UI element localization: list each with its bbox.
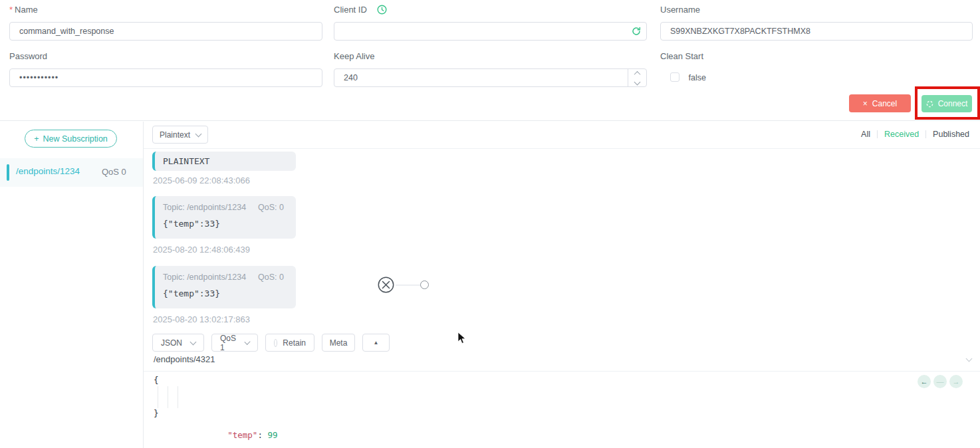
code-line: } [154, 408, 971, 419]
message-timestamp: 2025-08-20 12:48:06:439 [153, 245, 250, 255]
clear-button[interactable]: — [933, 375, 947, 388]
new-subscription-button[interactable]: + New Subscription [25, 130, 117, 148]
publish-toolbar: JSON QoS 1 Retain Meta ▲ [152, 334, 390, 352]
message-filter-tabs: All Received Published [861, 130, 969, 139]
arrow-right-icon: → [953, 378, 960, 386]
password-label: Password [9, 51, 47, 61]
tab-all[interactable]: All [861, 130, 870, 139]
json-key: "temp" [227, 430, 257, 440]
keep-alive-label: Keep Alive [334, 51, 374, 61]
connection-form: *Name Client ID Username Password Keep A… [0, 0, 980, 121]
payload-format-select[interactable]: Plaintext [152, 126, 208, 144]
connect-button[interactable]: Connect [921, 95, 972, 112]
clean-start-label: Clean Start [660, 51, 703, 61]
message-payload: {"temp":33} [163, 288, 296, 298]
undo-arrow-button[interactable]: ← [918, 375, 931, 388]
message-timestamp: 2025-08-20 13:02:17:863 [153, 314, 250, 324]
refresh-icon[interactable] [632, 27, 641, 36]
message-topic: Topic: /endpoints/1234 [163, 273, 246, 282]
code-line [154, 397, 971, 408]
mouse-cursor [457, 332, 467, 344]
chevron-down-icon [244, 338, 250, 344]
required-asterisk: * [9, 5, 13, 15]
username-label: Username [660, 5, 700, 15]
name-input[interactable] [9, 22, 322, 41]
stepper-down-icon[interactable] [628, 78, 646, 86]
cancel-button[interactable]: × Cancel [849, 94, 911, 112]
connector-line [396, 284, 420, 286]
meta-button[interactable]: Meta [322, 334, 355, 352]
subscription-accent-bar [7, 164, 9, 181]
chevron-down-icon [190, 338, 197, 345]
loading-spinner-icon [926, 100, 933, 108]
code-line: "temp": 99 [154, 386, 971, 397]
subscriptions-sidebar: + New Subscription /endpoints/1234 QoS 0 [0, 122, 144, 448]
collapse-panel-button[interactable]: ▲ [362, 334, 390, 352]
tab-received[interactable]: Received [884, 130, 919, 139]
keep-alive-input-wrap [334, 68, 647, 87]
publish-topic-input[interactable]: /endpoints/4321 [154, 354, 215, 364]
publish-format-select[interactable]: JSON [152, 334, 204, 352]
mqtt-client-window: *Name Client ID Username Password Keep A… [0, 0, 980, 448]
json-value: 99 [267, 430, 277, 440]
clean-start-value: false [688, 73, 705, 82]
clean-start-checkbox[interactable] [670, 72, 679, 82]
message-timestamp: 2025-06-09 22:08:43:066 [153, 175, 250, 185]
crossed-circle-icon [378, 277, 394, 293]
code-line: { [154, 375, 971, 386]
chevron-down-icon [195, 130, 202, 137]
editor-nav-buttons: → — ← [918, 375, 963, 388]
retain-toggle[interactable]: Retain [265, 334, 314, 352]
keep-alive-input[interactable] [334, 68, 647, 87]
message-meta: Topic: /endpoints/1234QoS: 0 [163, 203, 296, 212]
message-payload: {"temp":33} [163, 219, 296, 229]
clock-icon [377, 5, 387, 15]
triangle-up-icon: ▲ [374, 340, 379, 346]
message-qos: QoS: 0 [258, 203, 284, 212]
payload-editor[interactable]: { "temp": 99 } [154, 375, 971, 419]
name-label: *Name [9, 5, 38, 15]
password-input[interactable] [9, 68, 322, 87]
message-qos: QoS: 0 [258, 273, 284, 282]
message-bubble: PLAINTEXT [152, 152, 296, 171]
subscription-qos: QoS 0 [102, 167, 126, 177]
minus-icon: — [937, 378, 944, 386]
chevron-down-icon[interactable] [966, 356, 973, 362]
message-topic: Topic: /endpoints/1234 [163, 203, 246, 212]
clean-start-field: false [670, 72, 706, 82]
close-icon: × [863, 99, 868, 108]
arrow-left-icon: ← [921, 378, 928, 386]
message-bubble: Topic: /endpoints/1234QoS: 0 {"temp":33} [152, 196, 296, 239]
publish-topic-row[interactable]: /endpoints/4321 [154, 353, 971, 368]
username-input[interactable] [660, 22, 973, 41]
publish-qos-select[interactable]: QoS 1 [211, 334, 258, 352]
toolbar-divider [144, 148, 980, 149]
messages-pane: Plaintext All Received Published PLAINTE… [144, 122, 980, 448]
keep-alive-stepper[interactable] [628, 69, 646, 86]
redo-arrow-button[interactable]: → [949, 375, 963, 388]
message-meta: Topic: /endpoints/1234QoS: 0 [163, 273, 296, 282]
small-circle-icon [420, 280, 429, 289]
editor-divider [144, 371, 980, 372]
tab-divider [877, 130, 878, 138]
radio-icon [274, 339, 277, 347]
subscription-item[interactable]: /endpoints/1234 QoS 0 [0, 158, 143, 187]
subscription-topic: /endpoints/1234 [16, 166, 80, 176]
plus-icon: + [34, 134, 39, 144]
message-payload: PLAINTEXT [163, 156, 209, 166]
message-bubble: Topic: /endpoints/1234QoS: 0 {"temp":33} [152, 266, 296, 308]
client-id-input[interactable] [334, 22, 647, 41]
tab-published[interactable]: Published [933, 130, 969, 139]
client-id-label: Client ID [334, 5, 367, 15]
stepper-up-icon[interactable] [628, 69, 646, 78]
tab-divider [925, 130, 926, 138]
client-id-input-wrap [334, 22, 647, 41]
